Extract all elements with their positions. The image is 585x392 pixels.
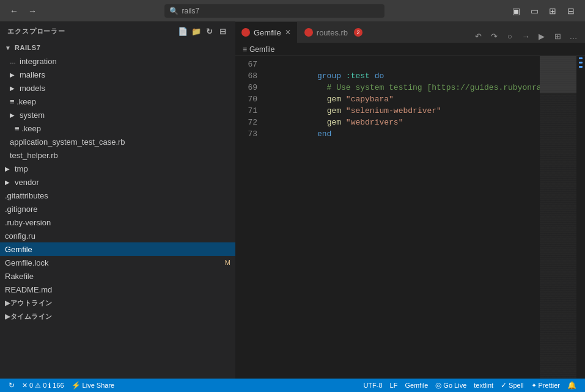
tab-gemfile[interactable]: Gemfile ✕: [235, 21, 297, 43]
redo-button[interactable]: ↷: [487, 29, 501, 43]
file-label: .gitattributes: [5, 191, 48, 200]
list-item[interactable]: … integration: [0, 54, 235, 68]
file-label: test_helper.rb: [10, 151, 58, 160]
file-label: ≡ .keep: [10, 97, 36, 106]
encoding-button[interactable]: UTF-8: [359, 379, 386, 392]
info-count: 166: [53, 382, 64, 389]
timeline-section[interactable]: ▶ タイムライン: [0, 310, 235, 323]
live-share-button[interactable]: ⚡ Live Share: [68, 379, 119, 392]
tab-routes[interactable]: routes.rb 2: [298, 21, 369, 43]
minimap-slider[interactable]: [540, 56, 576, 93]
language-button[interactable]: Gemfile: [401, 379, 432, 392]
tab-close-button[interactable]: ✕: [285, 28, 291, 37]
list-item[interactable]: ≡ .keep: [0, 122, 235, 135]
file-label: Gemfile.lock: [5, 258, 49, 267]
chevron-icon: ▶: [5, 313, 10, 321]
new-folder-icon[interactable]: 📁: [191, 26, 201, 36]
window-icon-2[interactable]: ▭: [528, 4, 541, 18]
line-number: 69: [235, 82, 257, 93]
go-live-icon: ◎: [435, 381, 441, 390]
list-item[interactable]: .gitignore: [0, 202, 235, 216]
code-editor[interactable]: group :test do # Use system testing [htt…: [265, 56, 540, 379]
textlint-label: textlint: [474, 382, 493, 389]
outline-section[interactable]: ▶ アウトライン: [0, 296, 235, 310]
refresh-icon[interactable]: ↻: [205, 26, 215, 36]
project-root[interactable]: ▼ RAILS7: [0, 41, 235, 54]
chevron-icon: ▶: [5, 299, 10, 307]
list-item[interactable]: Rakefile: [0, 269, 235, 283]
notification-button[interactable]: 🔔: [564, 379, 580, 392]
status-bar: ↻ ✕ 0 ⚠ 0 ℹ 166 ⚡ Live Share UTF-8 LF Ge…: [0, 379, 585, 392]
file-label: .ruby-version: [5, 218, 51, 227]
list-item[interactable]: ≡ .keep: [0, 95, 235, 108]
list-item[interactable]: .gitattributes: [0, 189, 235, 202]
new-file-icon[interactable]: 📄: [178, 26, 188, 36]
chevron-icon: ▶: [5, 165, 12, 172]
breadcrumb-file: Gemfile: [249, 45, 274, 54]
search-bar[interactable]: 🔍 rails7: [164, 4, 384, 18]
scrollbar-gutter: [576, 56, 585, 379]
play-button[interactable]: ▶: [535, 29, 548, 43]
list-item[interactable]: .ruby-version: [0, 216, 235, 229]
line-number: 72: [235, 117, 257, 128]
list-item[interactable]: README.md: [0, 283, 235, 296]
line-ending-label: LF: [390, 382, 398, 389]
spell-icon: ✓: [501, 381, 507, 390]
list-item[interactable]: ▶ models: [0, 81, 235, 95]
tab-routes-label: routes.rb: [317, 28, 348, 37]
split-editor-button[interactable]: ⊞: [551, 29, 564, 43]
collapse-icon[interactable]: ⊟: [218, 26, 228, 36]
forward-button[interactable]: →: [26, 4, 39, 18]
tab-actions: ↶ ↷ ○ → ▶ ⊞ …: [471, 29, 585, 43]
more-actions-button[interactable]: …: [567, 29, 580, 43]
encoding-label: UTF-8: [363, 382, 382, 389]
spell-button[interactable]: ✓ Spell: [497, 379, 527, 392]
circle-button[interactable]: ○: [503, 29, 517, 43]
list-item[interactable]: ▶ system: [0, 108, 235, 122]
list-item[interactable]: ▶ vendor: [0, 175, 235, 189]
minimap-content: [540, 56, 576, 379]
window-icon-1[interactable]: ▣: [509, 4, 523, 18]
list-item[interactable]: config.ru: [0, 229, 235, 242]
language-label: Gemfile: [405, 382, 428, 389]
window-icon-3[interactable]: ⊞: [546, 4, 559, 18]
prettier-button[interactable]: ✦ Prettier: [528, 379, 564, 392]
error-icon: ✕: [22, 382, 28, 390]
list-item[interactable]: test_helper.rb: [0, 148, 235, 162]
chevron-icon: ▶: [5, 179, 12, 186]
error-badge: 2: [354, 28, 362, 37]
arrow-button[interactable]: →: [519, 29, 532, 43]
list-item[interactable]: ▶ tmp: [0, 162, 235, 175]
search-text: rails7: [182, 7, 200, 15]
project-name: RAILS7: [15, 44, 40, 51]
breadcrumb: ≡ Gemfile: [235, 43, 585, 56]
tab-gemfile-label: Gemfile: [254, 28, 281, 37]
notification-icon: 🔔: [567, 381, 576, 390]
file-label: .gitignore: [5, 205, 37, 214]
errors-warnings[interactable]: ✕ 0 ⚠ 0 ℹ 166: [18, 379, 68, 392]
error-count: 0: [29, 382, 33, 389]
window-icon-4[interactable]: ⊟: [564, 4, 578, 18]
sidebar-item-gemfile[interactable]: Gemfile: [0, 242, 235, 256]
undo-button[interactable]: ↶: [471, 29, 485, 43]
file-tree: ▼ RAILS7 … integration ▶ mailers ▶ model…: [0, 41, 235, 379]
line-ending-button[interactable]: LF: [386, 379, 402, 392]
chevron-icon: ▶: [10, 71, 17, 78]
chevron-icon: ▶: [10, 112, 17, 118]
back-button[interactable]: ←: [7, 4, 21, 18]
line-number: 67: [235, 59, 257, 70]
sidebar-title: エクスプローラー: [7, 27, 65, 36]
file-label: ≡ .keep: [15, 124, 41, 133]
list-item[interactable]: application_system_test_case.rb: [0, 135, 235, 148]
sidebar-item-gemfile-lock[interactable]: Gemfile.lock M: [0, 256, 235, 269]
folder-label: integration: [20, 57, 57, 66]
sync-button[interactable]: ↻: [5, 379, 18, 392]
line-number: 73: [235, 128, 257, 140]
textlint-button[interactable]: textlint: [470, 379, 497, 392]
file-label: Gemfile: [5, 245, 32, 254]
list-item[interactable]: ▶ mailers: [0, 68, 235, 81]
go-live-button[interactable]: ◎ Go Live: [432, 379, 470, 392]
live-share-label: Live Share: [83, 382, 115, 389]
file-label: application_system_test_case.rb: [10, 137, 125, 147]
gutter-marker: [579, 66, 583, 68]
